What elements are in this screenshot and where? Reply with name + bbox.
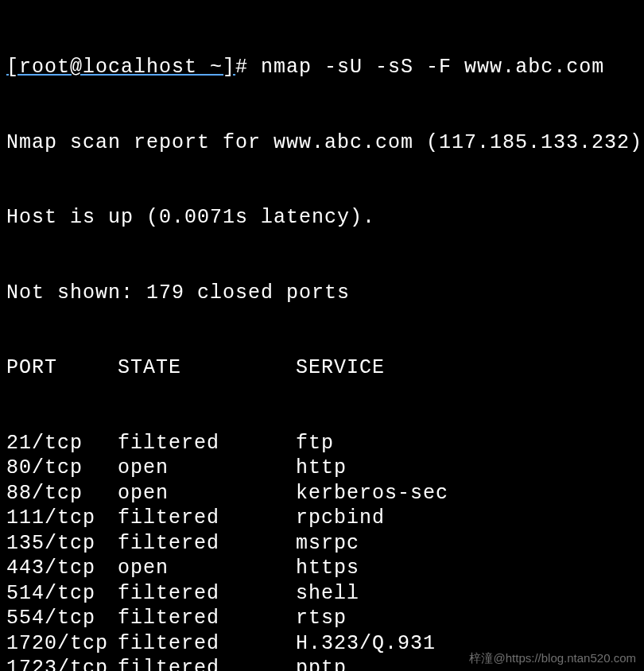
header-state: STATE [118, 355, 296, 381]
service-cell: pptp [296, 656, 347, 671]
table-row: 80/tcpopenhttp [6, 456, 638, 481]
service-cell: kerberos-sec [296, 481, 448, 506]
state-cell: filtered [118, 581, 296, 607]
state-cell: open [118, 481, 296, 506]
port-cell: 554/tcp [6, 606, 118, 631]
service-cell: rtsp [296, 606, 347, 631]
port-cell: 88/tcp [6, 481, 118, 506]
header-port: PORT [6, 355, 118, 381]
port-cell: 135/tcp [6, 531, 118, 557]
prompt-hash: # [235, 56, 248, 79]
port-cell: 443/tcp [6, 556, 118, 581]
state-cell: filtered [118, 531, 296, 557]
service-cell: rpcbind [296, 506, 385, 531]
table-row: 443/tcpopenhttps [6, 556, 638, 581]
port-cell: 1720/tcp [6, 631, 118, 657]
state-cell: open [118, 456, 296, 481]
state-cell: open [118, 556, 296, 581]
service-cell: shell [296, 581, 359, 607]
table-row: 554/tcpfilteredrtsp [6, 606, 638, 631]
report-line: Host is up (0.0071s latency). [6, 205, 638, 231]
state-cell: filtered [118, 431, 296, 456]
service-cell: ftp [296, 431, 334, 456]
table-header: PORTSTATESERVICE [6, 355, 638, 381]
service-cell: https [296, 556, 359, 581]
table-row: 514/tcpfilteredshell [6, 581, 638, 607]
table-row: 88/tcpopenkerberos-sec [6, 481, 638, 506]
table-row: 21/tcpfilteredftp [6, 431, 638, 456]
port-cell: 111/tcp [6, 506, 118, 531]
state-cell: filtered [118, 506, 296, 531]
port-table-body: 21/tcpfilteredftp80/tcpopenhttp88/tcpope… [6, 431, 638, 672]
prompt-line[interactable]: [root@localhost ~]# nmap -sU -sS -F www.… [6, 55, 638, 80]
service-cell: H.323/Q.931 [296, 631, 436, 657]
port-cell: 21/tcp [6, 431, 118, 456]
report-line: Nmap scan report for www.abc.com (117.18… [6, 130, 638, 156]
service-cell: http [296, 456, 347, 481]
command-text: nmap -sU -sS -F www.abc.com [261, 56, 604, 79]
port-cell: 1723/tcp [6, 656, 118, 671]
table-row: 111/tcpfilteredrpcbind [6, 506, 638, 531]
state-cell: filtered [118, 656, 296, 671]
port-cell: 80/tcp [6, 456, 118, 481]
state-cell: filtered [118, 606, 296, 631]
port-cell: 514/tcp [6, 581, 118, 607]
report-line: Not shown: 179 closed ports [6, 281, 638, 306]
prompt-user-host: [root@localhost ~] [6, 56, 235, 79]
state-cell: filtered [118, 631, 296, 657]
service-cell: msrpc [296, 531, 359, 557]
watermark-text: 梓潼@https://blog.ntan520.com [469, 651, 636, 666]
terminal-output: [root@localhost ~]# nmap -sU -sS -F www.… [0, 0, 644, 671]
header-service: SERVICE [296, 355, 385, 381]
table-row: 135/tcpfilteredmsrpc [6, 531, 638, 557]
